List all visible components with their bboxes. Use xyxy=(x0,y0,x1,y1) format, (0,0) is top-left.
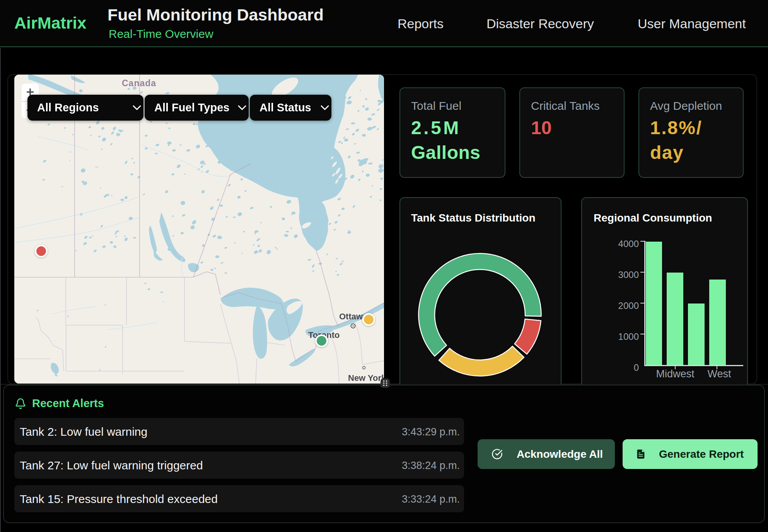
svg-text:New York: New York xyxy=(348,373,384,383)
svg-text:Canada: Canada xyxy=(122,78,156,88)
